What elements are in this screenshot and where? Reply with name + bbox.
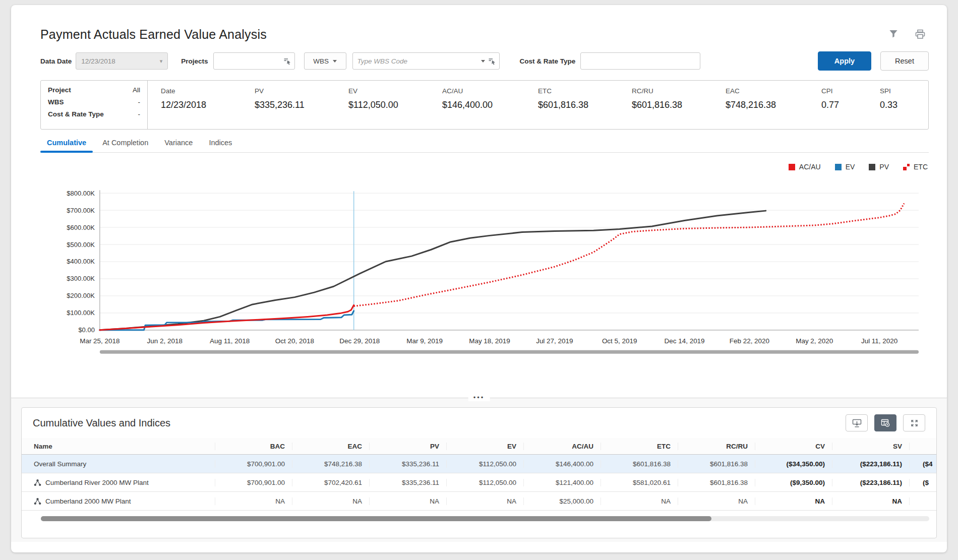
table-cell: $700,901.00 — [215, 460, 292, 468]
column-header-sv[interactable]: SV — [832, 443, 910, 450]
data-date-select[interactable]: 12/23/2018 ▾ — [76, 52, 168, 70]
summary-metric: EAC$748,216.38 — [726, 87, 821, 129]
legend-marker-icon — [903, 164, 910, 170]
main-card: Payment Actuals Earned Value Analysis — [11, 5, 947, 552]
filter-button[interactable] — [888, 29, 899, 39]
x-axis-tick-label: May 18, 2019 — [469, 337, 510, 345]
summary-project-value: All — [133, 86, 140, 94]
legend-item-acau[interactable]: AC/AU — [789, 163, 821, 171]
column-header-name[interactable]: Name — [22, 443, 215, 450]
column-header-cv[interactable]: CV — [755, 443, 832, 450]
chevron-down-icon[interactable] — [481, 60, 485, 63]
metric-label: RC/RU — [632, 87, 726, 95]
column-header-etc[interactable]: ETC — [601, 443, 678, 450]
series-acau — [100, 305, 354, 330]
summary-metric: AC/AU$146,400.00 — [442, 87, 538, 129]
legend-item-ev[interactable]: EV — [835, 163, 855, 171]
summary-wbs-value: - — [138, 98, 141, 106]
project-icon — [34, 479, 41, 486]
tab-cumulative[interactable]: Cumulative — [40, 139, 93, 152]
table-cell: NA — [370, 497, 447, 505]
printer-icon — [915, 29, 926, 39]
horizontal-scrollbar-track — [41, 516, 929, 521]
metric-value: $112,050.00 — [348, 100, 442, 110]
horizontal-scrollbar-thumb[interactable] — [41, 516, 711, 521]
legend-label: EV — [846, 163, 855, 171]
y-axis-tick-label: $700.00K — [67, 207, 95, 214]
x-axis-tick-label: Dec 14, 2019 — [664, 337, 704, 345]
table-options-button[interactable] — [874, 414, 896, 431]
x-axis-tick-label: Feb 22, 2020 — [730, 337, 769, 345]
table-row[interactable]: Overall Summary$700,901.00$748,216.38$33… — [22, 455, 936, 473]
legend-label: ETC — [914, 163, 928, 171]
ev-table: NameBACEACPVEVAC/AUETCRC/RUCVSVOverall S… — [22, 438, 936, 511]
chart-scrollbar-thumb[interactable] — [100, 350, 919, 354]
wbs-dropdown-button[interactable]: WBS — [304, 52, 346, 70]
tab-indices[interactable]: Indices — [202, 139, 238, 152]
summary-wbs-label: WBS — [48, 98, 64, 106]
table-cell: $25,000.00 — [524, 497, 601, 505]
x-axis-tick-label: Oct 5, 2019 — [602, 337, 637, 345]
row-name-cell: Cumberland 2000 MW Plant — [22, 497, 215, 505]
row-name-label: Overall Summary — [34, 460, 86, 468]
table-cell: NA — [601, 497, 678, 505]
panel-splitter[interactable]: ••• — [11, 398, 947, 398]
y-axis-tick-label: $600.00K — [67, 224, 95, 231]
legend-marker-icon — [789, 164, 795, 170]
picker-icon[interactable] — [283, 57, 291, 65]
column-header-pv[interactable]: PV — [370, 443, 447, 450]
table-cell: NA — [832, 497, 910, 505]
legend-label: PV — [879, 163, 889, 171]
table-row[interactable]: Cumberland River 2000 MW Plant$700,901.0… — [22, 473, 936, 492]
legend-item-pv[interactable]: PV — [869, 163, 889, 171]
summary-metric: CPI0.77 — [821, 87, 880, 129]
detach-button[interactable] — [846, 414, 868, 431]
table-cell: $700,901.00 — [215, 479, 292, 486]
ev-chart: $0.00$100.00K$200.00K$300.00K$400.00K$50… — [40, 173, 929, 362]
cost-rate-type-label: Cost & Rate Type — [520, 57, 576, 65]
picker-icon[interactable] — [488, 57, 496, 65]
bottom-section: Cumulative Values and Indices — [11, 398, 947, 542]
page-title: Payment Actuals Earned Value Analysis — [40, 27, 267, 42]
table-title: Cumulative Values and Indices — [33, 417, 170, 429]
legend-item-etc[interactable]: ETC — [903, 163, 928, 171]
x-axis-tick-label: Jun 2, 2018 — [147, 337, 183, 345]
column-header-rcru[interactable]: RC/RU — [678, 443, 755, 450]
metric-label: EV — [348, 87, 442, 95]
column-header-eac[interactable]: EAC — [292, 443, 370, 450]
tab-at-completion[interactable]: At Completion — [96, 139, 155, 152]
legend-marker-icon — [835, 164, 842, 170]
reset-button[interactable]: Reset — [880, 51, 929, 71]
series-pv — [100, 211, 766, 330]
print-button[interactable] — [915, 29, 926, 39]
x-axis-tick-label: May 2, 2020 — [796, 337, 833, 345]
table-cell: NA — [447, 497, 524, 505]
summary-metric: SPI0.33 — [880, 87, 924, 129]
metric-value: $601,816.38 — [632, 100, 726, 110]
table-cell: $335,236.11 — [370, 460, 447, 468]
metric-value: $748,216.38 — [726, 100, 821, 110]
table-card: Cumulative Values and Indices — [21, 407, 937, 538]
table-cell: ($4 — [910, 460, 936, 468]
table-cell: ($223,186.11) — [832, 479, 910, 486]
y-axis-tick-label: $400.00K — [67, 258, 95, 266]
maximize-button[interactable] — [903, 414, 925, 431]
chart-legend: AC/AUEVPVETC — [40, 163, 929, 171]
top-section: Payment Actuals Earned Value Analysis — [11, 5, 947, 362]
tab-bar: Cumulative At Completion Variance Indice… — [40, 139, 929, 153]
metric-value: $146,400.00 — [442, 100, 538, 110]
table-cell: $112,050.00 — [447, 460, 524, 468]
table-cell: $601,816.38 — [678, 479, 755, 486]
projects-input[interactable] — [213, 52, 295, 70]
splitter-handle-icon[interactable]: ••• — [468, 394, 490, 401]
column-header-acau[interactable]: AC/AU — [524, 443, 601, 450]
tab-variance[interactable]: Variance — [158, 139, 199, 152]
cost-rate-type-input[interactable] — [580, 52, 700, 70]
column-header-ev[interactable]: EV — [447, 443, 524, 450]
wbs-code-input[interactable] — [352, 52, 500, 70]
projects-label: Projects — [181, 57, 208, 65]
column-header-bac[interactable]: BAC — [215, 443, 292, 450]
table-row[interactable]: Cumberland 2000 MW PlantNANANANA$25,000.… — [22, 492, 936, 511]
table-cell: ($223,186.11) — [832, 460, 910, 468]
apply-button[interactable]: Apply — [818, 51, 871, 71]
